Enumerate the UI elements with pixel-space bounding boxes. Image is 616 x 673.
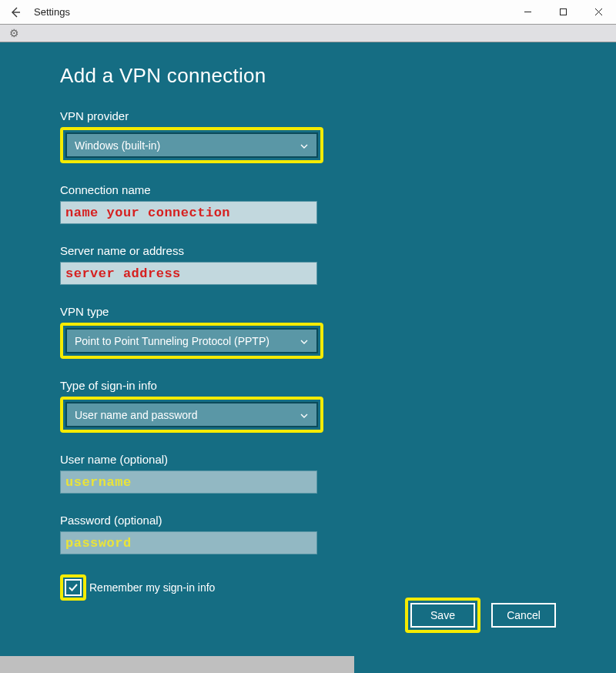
connection-name-field: Connection name name your connection (60, 183, 322, 224)
bottom-stripe (0, 656, 616, 673)
remember-signin-row: Remember my sign-in info (60, 574, 556, 601)
password-input[interactable]: password (60, 531, 317, 554)
page-title: Add a VPN connection (60, 64, 556, 88)
highlight-box: Point to Point Tunneling Protocol (PPTP) (60, 323, 323, 359)
signin-type-label: Type of sign-in info (60, 379, 322, 392)
password-label: Password (optional) (60, 514, 322, 527)
connection-name-label: Connection name (60, 183, 322, 196)
server-address-input[interactable]: server address (60, 262, 317, 285)
chevron-down-icon (300, 336, 309, 346)
titlebar: Settings (0, 0, 616, 25)
maximize-button[interactable] (545, 1, 581, 24)
signin-type-select[interactable]: User name and password (65, 402, 318, 427)
vpn-add-panel: Add a VPN connection VPN provider Window… (0, 42, 616, 656)
page-header-stripe: ⚙ (0, 25, 616, 42)
highlight-box: User name and password (60, 397, 323, 433)
vpn-provider-label: VPN provider (60, 109, 322, 122)
password-field: Password (optional) password (60, 514, 322, 554)
signin-type-value: User name and password (75, 409, 198, 421)
server-address-label: Server name or address (60, 244, 322, 257)
username-input[interactable]: username (60, 470, 317, 494)
save-button[interactable]: Save (410, 603, 475, 628)
close-button[interactable] (581, 1, 616, 24)
connection-name-input[interactable]: name your connection (60, 201, 317, 224)
annotation-text: name your connection (65, 206, 230, 220)
vpn-type-field: VPN type Point to Point Tunneling Protoc… (60, 305, 322, 359)
highlight-box: Save (405, 598, 480, 633)
username-field: User name (optional) username (60, 453, 322, 494)
vpn-provider-field: VPN provider Windows (built-in) (60, 109, 322, 163)
svg-rect-2 (560, 9, 566, 15)
minimize-button[interactable] (510, 1, 545, 24)
window-title: Settings (34, 6, 70, 18)
highlight-box: Windows (built-in) (60, 127, 323, 163)
highlight-box (60, 574, 86, 601)
chevron-down-icon (300, 410, 309, 420)
gear-icon: ⚙ (9, 27, 19, 39)
vpn-type-value: Point to Point Tunneling Protocol (PPTP) (75, 335, 270, 347)
cancel-button[interactable]: Cancel (491, 603, 556, 628)
chevron-down-icon (300, 141, 309, 150)
vpn-type-select[interactable]: Point to Point Tunneling Protocol (PPTP) (65, 328, 318, 353)
annotation-text: server address (65, 266, 181, 281)
remember-signin-checkbox[interactable] (65, 579, 82, 596)
vpn-provider-select[interactable]: Windows (built-in) (65, 132, 318, 158)
vpn-type-label: VPN type (60, 305, 322, 318)
dialog-footer: Save Cancel (405, 598, 556, 633)
back-button[interactable] (6, 3, 25, 22)
signin-type-field: Type of sign-in info User name and passw… (60, 379, 322, 433)
annotation-text: password (65, 536, 132, 551)
server-address-field: Server name or address server address (60, 244, 322, 285)
username-label: User name (optional) (60, 453, 322, 466)
annotation-text: username (65, 475, 132, 490)
remember-signin-label: Remember my sign-in info (89, 581, 215, 594)
vpn-provider-value: Windows (built-in) (75, 139, 160, 152)
